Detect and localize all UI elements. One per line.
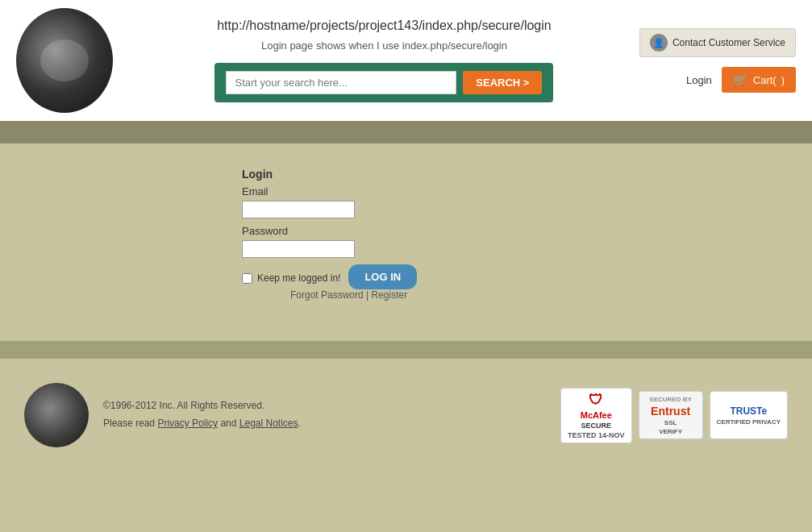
privacy-policy-link[interactable]: Privacy Policy <box>157 418 218 429</box>
footer-text: ©1996-2012 Inc. All Rights Reserved. Ple… <box>103 397 301 432</box>
login-button[interactable]: LOG IN <box>348 264 417 289</box>
subtitle-text: Login page shows when I use index.php/se… <box>261 39 507 52</box>
mcafee-date: TESTED 14-NOV <box>568 431 625 439</box>
legal-notices-link[interactable]: Legal Notices <box>239 418 298 429</box>
and-text: and <box>218 418 239 429</box>
truste-sub: CERTIFIED PRIVACY <box>717 418 781 426</box>
header-right: 👤 Contact Customer Service Login 🛒 Cart(… <box>639 28 796 93</box>
period: . <box>298 418 301 429</box>
keep-logged-checkbox[interactable] <box>242 273 252 284</box>
entrust-ssl: SSL <box>664 419 677 426</box>
entrust-verify: VERIFY <box>659 428 682 435</box>
login-button-row: Keep me logged in! LOG IN <box>242 264 796 289</box>
url-display: http://hostname/projects/project143/inde… <box>217 19 551 33</box>
login-cart-row: Login 🛒 Cart( ) <box>686 67 796 93</box>
entrust-logo: Entrust <box>651 405 690 418</box>
bottom-bar <box>0 341 812 359</box>
contact-button-label: Contact Customer Service <box>673 37 785 48</box>
search-input[interactable] <box>226 71 456 94</box>
header-left <box>16 8 129 113</box>
header-center: http://hostname/projects/project143/inde… <box>129 19 639 102</box>
contact-customer-service-button[interactable]: 👤 Contact Customer Service <box>639 28 796 57</box>
forgot-register-row: Forgot Password | Register <box>290 289 796 301</box>
separator: | <box>366 289 369 301</box>
email-input[interactable] <box>242 201 355 218</box>
cart-button-label: Cart( <box>753 74 777 86</box>
search-bar: SEARCH > <box>214 63 553 102</box>
contact-icon: 👤 <box>650 34 668 52</box>
cart-icon: 🛒 <box>733 73 748 87</box>
cart-paren-close: ) <box>781 74 785 86</box>
please-read-text: Please read <box>103 418 157 429</box>
password-label: Password <box>242 225 796 237</box>
entrust-badge: SECURED BY Entrust SSL VERIFY <box>639 391 703 439</box>
main-content: Login Email Password Keep me logged in! … <box>0 143 812 341</box>
footer-left: ©1996-2012 Inc. All Rights Reserved. Ple… <box>24 383 301 447</box>
header: http://hostname/projects/project143/inde… <box>0 0 812 121</box>
register-link[interactable]: Register <box>372 289 408 301</box>
cart-button[interactable]: 🛒 Cart( ) <box>722 67 796 93</box>
footer-logo <box>24 383 89 447</box>
mcafee-badge: 🛡 McAfee SECURE TESTED 14-NOV <box>560 388 632 443</box>
search-button[interactable]: SEARCH > <box>463 71 542 94</box>
footer-badges: 🛡 McAfee SECURE TESTED 14-NOV SECURED BY… <box>560 388 788 443</box>
mcafee-date-value: 14-NOV <box>598 431 625 439</box>
login-link[interactable]: Login <box>686 74 712 86</box>
copyright-text: ©1996-2012 Inc. All Rights Reserved. <box>103 397 301 415</box>
truste-logo: TRUSTe <box>730 405 767 417</box>
mcafee-title: McAfee <box>581 410 612 420</box>
email-label: Email <box>242 185 796 197</box>
truste-badge: TRUSTe CERTIFIED PRIVACY <box>710 391 788 439</box>
mcafee-secure-text: SECURE <box>581 422 612 430</box>
password-input[interactable] <box>242 240 355 258</box>
login-form-title: Login <box>242 168 796 181</box>
login-form-container: Login Email Password Keep me logged in! … <box>242 168 796 301</box>
keep-logged-row: Keep me logged in! <box>242 272 340 285</box>
entrust-top: SECURED BY <box>649 396 691 403</box>
keep-logged-label: Keep me logged in! <box>257 272 340 285</box>
forgot-password-link[interactable]: Forgot Password <box>290 289 364 301</box>
nav-bar <box>0 121 812 143</box>
logo <box>16 8 113 113</box>
footer: ©1996-2012 Inc. All Rights Reserved. Ple… <box>0 359 812 488</box>
footer-links: Please read Privacy Policy and Legal Not… <box>103 415 301 433</box>
mcafee-icon: 🛡 <box>589 392 603 409</box>
